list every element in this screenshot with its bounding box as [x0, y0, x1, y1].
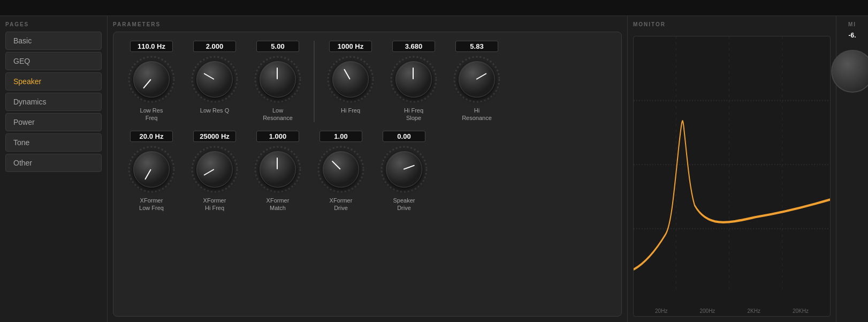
low-res-freq-label: Low ResFreq — [140, 107, 163, 122]
hi-freq-slope-value[interactable]: 3.680 — [392, 41, 435, 52]
knob-inner — [332, 61, 369, 98]
parameters-section: PARAMETERS 110.0 Hz Low ResFreq — [107, 16, 627, 322]
params-container: 110.0 Hz Low ResFreq 2.000 — [113, 32, 622, 317]
knob-needle — [413, 68, 414, 79]
knob-group-hi-freq: 1000 Hz Hi Freq — [321, 41, 380, 114]
pages-label: PAGES — [5, 21, 102, 27]
low-res-q-knob[interactable] — [191, 55, 239, 103]
knob-group-speaker-drive: 0.00 SpeakerDrive — [375, 131, 433, 212]
knob-row-1: 110.0 Hz Low ResFreq 2.000 — [122, 41, 613, 122]
knob-needle — [203, 169, 214, 176]
knob-needle — [403, 164, 415, 169]
knob-group-hi-freq-slope: 3.680 Hi FreqSlope — [384, 41, 443, 122]
knob-inner — [323, 151, 359, 188]
knob-inner — [196, 61, 233, 98]
knob-group-xformer-hi-freq: 25000 Hz XFormerHi Freq — [185, 131, 244, 212]
xformer-drive-value[interactable]: 1.00 — [319, 131, 362, 142]
low-res-q-label: Low Res Q — [200, 107, 229, 114]
top-bar — [0, 0, 868, 16]
knob-needle — [143, 79, 151, 88]
knob-needle — [277, 68, 278, 79]
knob-group-xformer-drive: 1.00 XFormerDrive — [311, 131, 370, 212]
pages-section: PAGES Basic GEQ Speaker Dynamics Power T… — [0, 16, 107, 322]
knob-inner — [133, 61, 170, 98]
low-resonance-label: LowResonance — [263, 107, 293, 122]
low-res-freq-knob[interactable] — [127, 55, 176, 103]
knob-group-low-res-freq: 110.0 Hz Low ResFreq — [122, 41, 181, 122]
knob-needle — [344, 69, 351, 79]
xformer-drive-label: XFormerDrive — [330, 197, 353, 212]
xformer-hi-freq-label: XFormerHi Freq — [203, 197, 226, 212]
sidebar-item-basic[interactable]: Basic — [5, 32, 102, 50]
eq-graph-svg — [634, 36, 830, 316]
hi-freq-slope-label: Hi FreqSlope — [404, 107, 423, 122]
graph-label-20khz: 20KHz — [793, 308, 809, 314]
xformer-match-knob[interactable] — [254, 145, 302, 193]
xformer-hi-freq-knob[interactable] — [191, 145, 239, 193]
parameters-label: PARAMETERS — [113, 21, 622, 27]
main-content: PAGES Basic GEQ Speaker Dynamics Power T… — [0, 16, 868, 322]
mi-value: -6. — [848, 32, 856, 39]
knob-needle — [332, 160, 341, 169]
knob-needle — [203, 73, 214, 80]
low-resonance-value[interactable]: 5.00 — [256, 41, 299, 52]
monitor-label: MONITOR — [633, 21, 831, 27]
monitor-section: MONITOR 20Hz 200Hz 2KHz 20KHz — [627, 16, 836, 322]
low-resonance-knob[interactable] — [254, 55, 302, 103]
sidebar-item-geq[interactable]: GEQ — [5, 52, 102, 70]
speaker-drive-knob[interactable] — [380, 145, 428, 193]
knob-inner — [386, 151, 422, 188]
knob-row-2: 20.0 Hz XFormerLow Freq 25000 Hz — [122, 131, 613, 212]
knob-needle — [144, 169, 151, 179]
mi-section: MI -6. — [836, 16, 868, 322]
knob-group-hi-resonance: 5.83 HiResonance — [447, 41, 506, 122]
low-res-q-value[interactable]: 2.000 — [193, 41, 236, 52]
monitor-graph: 20Hz 200Hz 2KHz 20KHz — [633, 36, 831, 317]
speaker-drive-label: SpeakerDrive — [393, 197, 415, 212]
knob-group-low-res-q: 2.000 Low Res Q — [185, 41, 244, 114]
xformer-hi-freq-value[interactable]: 25000 Hz — [193, 131, 236, 142]
knob-inner — [260, 151, 296, 188]
hi-freq-value[interactable]: 1000 Hz — [329, 41, 372, 52]
knob-inner — [395, 61, 432, 98]
knob-needle — [277, 158, 278, 169]
low-res-freq-value[interactable]: 110.0 Hz — [130, 41, 173, 52]
knob-group-xformer-low-freq: 20.0 Hz XFormerLow Freq — [122, 131, 181, 212]
hi-freq-slope-knob[interactable] — [390, 55, 438, 103]
xformer-low-freq-label: XFormerLow Freq — [139, 197, 164, 212]
hi-resonance-label: HiResonance — [462, 107, 492, 122]
sidebar-item-speaker[interactable]: Speaker — [5, 72, 102, 91]
sidebar-item-dynamics[interactable]: Dynamics — [5, 93, 102, 111]
hi-freq-label: Hi Freq — [341, 107, 360, 114]
mi-knob[interactable] — [831, 50, 869, 93]
xformer-match-value[interactable]: 1.000 — [256, 131, 299, 142]
mi-label: MI — [848, 21, 856, 27]
graph-label-200hz: 200Hz — [699, 308, 715, 314]
knob-inner — [196, 151, 233, 188]
knob-inner — [133, 151, 170, 188]
xformer-low-freq-knob[interactable] — [127, 145, 176, 193]
hi-resonance-value[interactable]: 5.83 — [455, 41, 498, 52]
knob-needle — [476, 73, 487, 80]
knob-inner — [459, 61, 495, 98]
divider — [314, 41, 315, 122]
xformer-low-freq-value[interactable]: 20.0 Hz — [130, 131, 173, 142]
sidebar-item-other[interactable]: Other — [5, 154, 102, 172]
sidebar-item-tone[interactable]: Tone — [5, 133, 102, 152]
xformer-drive-knob[interactable] — [317, 145, 365, 193]
sidebar-item-power[interactable]: Power — [5, 113, 102, 131]
xformer-match-label: XFormerMatch — [267, 197, 290, 212]
knob-group-xformer-match: 1.000 XFormerMatch — [248, 131, 307, 212]
hi-freq-knob[interactable] — [326, 55, 375, 103]
graph-label-2khz: 2KHz — [747, 308, 760, 314]
knob-inner — [260, 61, 296, 98]
graph-label-20hz: 20Hz — [655, 308, 667, 314]
hi-resonance-knob[interactable] — [453, 55, 501, 103]
knob-group-low-resonance: 5.00 LowResonance — [248, 41, 307, 122]
speaker-drive-value[interactable]: 0.00 — [383, 131, 425, 142]
